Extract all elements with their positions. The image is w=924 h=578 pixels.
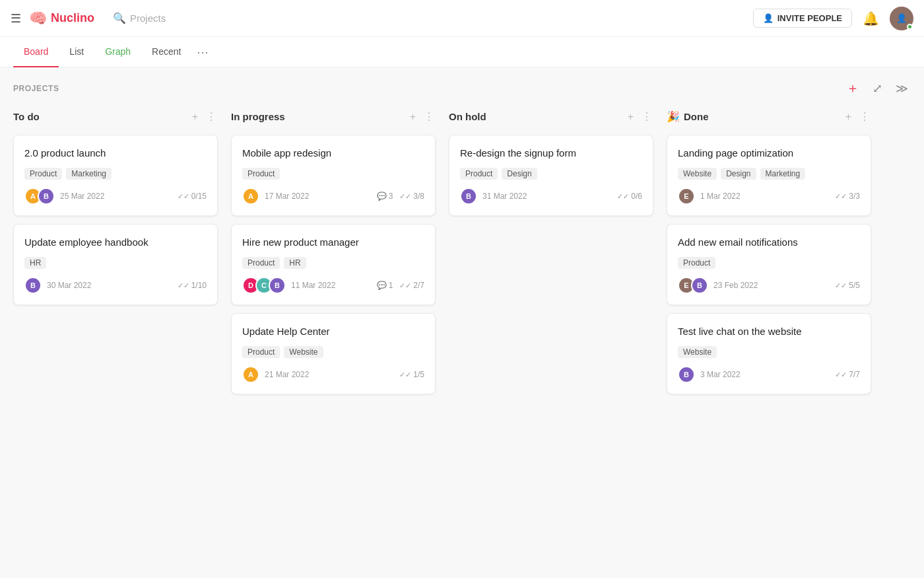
column-actions-todo: +⋮: [191, 109, 218, 124]
card-footer-left-card-8: EB23 Feb 2022: [678, 277, 758, 294]
card-footer-left-card-6: B31 Mar 2022: [460, 188, 527, 205]
card-checks-card-6: ✓✓ 0/6: [617, 192, 642, 201]
card-meta-card-9: ✓✓ 7/7: [835, 370, 860, 379]
tag-website: Website: [678, 168, 717, 180]
card-checks-card-5: ✓✓ 1/5: [399, 370, 424, 379]
card-meta-card-4: 💬 1✓✓ 2/7: [377, 281, 424, 290]
column-title-text-onhold: On hold: [449, 111, 486, 122]
card-title-card-6: Re-design the signup form: [460, 146, 642, 160]
tag-design: Design: [721, 168, 756, 180]
tab-bar: Board List Graph Recent ⋯: [0, 37, 924, 67]
card-title-card-4: Hire new product manager: [242, 235, 424, 249]
column-emoji-done: 🎉: [667, 110, 680, 123]
tab-more-icon[interactable]: ⋯: [191, 38, 214, 66]
card-avatar-card-4-2: B: [269, 277, 286, 294]
card-date-card-6: 31 Mar 2022: [482, 192, 527, 201]
expand-button[interactable]: ⤢: [870, 80, 885, 97]
card-card-5[interactable]: Update Help CenterProductWebsiteA21 Mar …: [231, 313, 436, 394]
card-avatar-card-9-0: B: [678, 366, 695, 383]
card-footer-card-3: A17 Mar 2022💬 3✓✓ 3/8: [242, 188, 424, 205]
card-title-card-2: Update employee handbook: [24, 235, 207, 249]
tab-list[interactable]: List: [59, 37, 94, 67]
card-checks-card-9: ✓✓ 7/7: [835, 370, 860, 379]
column-add-button-inprogress[interactable]: +: [409, 110, 417, 124]
column-add-button-onhold[interactable]: +: [626, 110, 635, 124]
column-more-button-todo[interactable]: ⋮: [205, 109, 218, 124]
column-title-inprogress: In progress: [231, 111, 285, 122]
tag-hr: HR: [24, 257, 46, 269]
invite-icon: 👤: [763, 13, 774, 23]
card-footer-card-1: AB25 Mar 2022✓✓ 0/15: [24, 188, 207, 205]
card-card-8[interactable]: Add new email notificationsProductEB23 F…: [667, 224, 871, 305]
card-footer-left-card-3: A17 Mar 2022: [242, 188, 309, 205]
tab-board[interactable]: Board: [13, 37, 59, 67]
card-avatar-card-7-0: E: [678, 188, 695, 205]
card-meta-card-3: 💬 3✓✓ 3/8: [377, 192, 424, 201]
card-footer-left-card-4: DCB11 Mar 2022: [242, 277, 335, 294]
card-tags-card-5: ProductWebsite: [242, 346, 424, 358]
card-meta-card-7: ✓✓ 3/3: [835, 192, 860, 201]
column-add-button-todo[interactable]: +: [191, 110, 199, 124]
invite-people-button[interactable]: 👤 INVITE PEOPLE: [753, 9, 852, 28]
search-placeholder: Projects: [130, 13, 166, 24]
column-header-todo: To do+⋮: [13, 106, 218, 127]
card-date-card-3: 17 Mar 2022: [265, 192, 309, 201]
tag-product: Product: [460, 168, 498, 180]
card-title-card-5: Update Help Center: [242, 324, 424, 338]
tag-website: Website: [678, 346, 717, 358]
projects-label: PROJECTS: [13, 84, 59, 93]
card-avatars-card-7: E: [678, 188, 695, 205]
card-card-2[interactable]: Update employee handbookHRB30 Mar 2022✓✓…: [13, 224, 218, 305]
tag-product: Product: [678, 257, 715, 269]
card-card-3[interactable]: Mobile app redesignProductA17 Mar 2022💬 …: [231, 135, 436, 216]
card-meta-card-1: ✓✓ 0/15: [178, 192, 207, 201]
column-actions-onhold: +⋮: [626, 109, 653, 124]
column-title-text-done: Done: [684, 111, 709, 122]
menu-icon[interactable]: ☰: [11, 11, 21, 26]
card-tags-card-1: ProductMarketing: [24, 168, 207, 180]
column-more-button-inprogress[interactable]: ⋮: [422, 109, 436, 124]
tag-design: Design: [502, 168, 537, 180]
collapse-button[interactable]: ≫: [893, 80, 911, 97]
card-avatars-card-2: B: [24, 277, 42, 294]
card-footer-card-4: DCB11 Mar 2022💬 1✓✓ 2/7: [242, 277, 424, 294]
card-card-7[interactable]: Landing page optimizationWebsiteDesignMa…: [667, 135, 871, 216]
card-avatar-card-2-0: B: [24, 277, 42, 294]
card-card-1[interactable]: 2.0 product launchProductMarketingAB25 M…: [13, 135, 218, 216]
card-footer-card-9: B3 Mar 2022✓✓ 7/7: [678, 366, 860, 383]
card-meta-card-6: ✓✓ 0/6: [617, 192, 642, 201]
search-area[interactable]: 🔍 Projects: [113, 12, 166, 24]
column-more-button-onhold[interactable]: ⋮: [640, 109, 653, 124]
card-title-card-7: Landing page optimization: [678, 146, 860, 160]
column-title-onhold: On hold: [449, 111, 486, 122]
column-header-done: 🎉Done+⋮: [667, 106, 871, 127]
column-onhold: On hold+⋮Re-design the signup formProduc…: [449, 106, 653, 402]
column-title-todo: To do: [13, 111, 40, 122]
card-card-4[interactable]: Hire new product managerProductHRDCB11 M…: [231, 224, 436, 305]
card-tags-card-8: Product: [678, 257, 860, 269]
card-card-6[interactable]: Re-design the signup formProductDesignB3…: [449, 135, 653, 216]
column-more-button-done[interactable]: ⋮: [858, 109, 871, 124]
column-todo: To do+⋮2.0 product launchProductMarketin…: [13, 106, 218, 402]
card-title-card-8: Add new email notifications: [678, 235, 860, 249]
card-checks-card-4: ✓✓ 2/7: [399, 281, 424, 290]
invite-label: INVITE PEOPLE: [777, 13, 842, 23]
column-add-button-done[interactable]: +: [844, 110, 853, 124]
tab-recent[interactable]: Recent: [141, 37, 191, 67]
column-inprogress: In progress+⋮Mobile app redesignProductA…: [231, 106, 436, 402]
tag-product: Product: [242, 257, 280, 269]
add-project-button[interactable]: ＋: [843, 78, 862, 98]
card-card-9[interactable]: Test live chat on the websiteWebsiteB3 M…: [667, 313, 871, 394]
card-title-card-3: Mobile app redesign: [242, 146, 424, 160]
card-footer-card-2: B30 Mar 2022✓✓ 1/10: [24, 277, 207, 294]
card-footer-left-card-1: AB25 Mar 2022: [24, 188, 104, 205]
card-footer-left-card-9: B3 Mar 2022: [678, 366, 741, 383]
logo-icon: 🧠: [29, 10, 47, 27]
card-comments-card-4: 💬 1: [377, 281, 393, 290]
logo[interactable]: 🧠 Nuclino: [29, 10, 94, 27]
toolbar-actions: ＋ ⤢ ≫: [843, 78, 911, 98]
tab-graph[interactable]: Graph: [94, 37, 141, 67]
card-checks-card-7: ✓✓ 3/3: [835, 192, 860, 201]
notification-bell-icon[interactable]: 🔔: [863, 11, 879, 26]
card-avatars-card-6: B: [460, 188, 477, 205]
